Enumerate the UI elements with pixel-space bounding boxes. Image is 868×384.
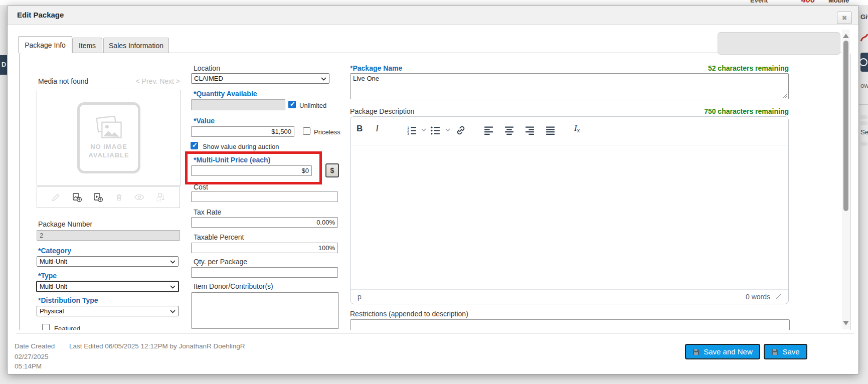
priceless-label: Priceless [314,128,340,136]
type-label: *Type [38,272,57,280]
chevron-down-icon [170,260,176,264]
location-value: CLAIMED [194,75,223,82]
tab-package-info[interactable]: Package Info [18,36,72,53]
modal-scroll-viewport: Package Info Items Sales Information Med… [16,29,850,330]
placeholder-text-line1: NO IMAGE [88,142,129,151]
trash-icon[interactable] [115,193,123,202]
cost-label: Cost [194,183,208,191]
bullet-list-icon[interactable] [430,125,441,136]
numbered-list-icon[interactable]: 123 [407,125,417,136]
save-button[interactable]: Save [764,344,807,359]
taxable-percent-field[interactable] [191,243,338,253]
link-icon[interactable] [455,125,466,136]
category-value: Multi-Unit [40,258,67,265]
modal-header: Edit Package ✖ [8,6,858,25]
align-left-icon[interactable] [483,125,494,136]
scrollbar-thumb[interactable] [843,41,848,211]
background-bar [860,121,867,125]
editor-content[interactable] [351,145,788,289]
dollar-button[interactable]: $ [325,163,339,177]
tax-rate-label: Tax Rate [194,208,221,216]
package-number-label: Package Number [38,220,92,228]
remove-format-x: x [577,127,580,133]
featured-checkbox[interactable] [42,324,50,330]
distribution-type-value: Physical [40,307,64,315]
date-created-value: 02/27/2025 [15,353,49,360]
tab-items[interactable]: Items [72,38,102,53]
collapsed-panel-fragment [718,32,840,55]
photo-placeholder-icon [94,116,124,140]
upload-video-icon[interactable] [93,193,103,203]
quantity-available-field [191,99,285,110]
location-select[interactable]: CLAIMED [191,73,329,84]
move-down-icon[interactable] [156,193,165,202]
remove-format-icon[interactable]: I x [574,123,580,133]
media-pager[interactable]: < Prev. Next > [96,77,180,85]
background-navy-tile [860,53,868,72]
show-value-checkbox[interactable] [191,142,198,149]
floppy-icon [692,348,700,355]
chevron-down-icon [170,285,176,289]
distribution-type-select[interactable]: Physical [37,306,179,316]
bullet-list-dropdown-icon[interactable] [445,128,450,132]
cost-field[interactable] [191,191,338,202]
value-field[interactable] [191,126,294,137]
save-label: Save [782,347,799,356]
background-mobile-text: Mobile [828,0,849,4]
priceless-checkbox[interactable] [303,127,310,135]
align-right-icon[interactable] [525,125,535,136]
category-select[interactable]: Multi-Unit [37,256,179,267]
type-value: Multi-Unit [40,283,67,290]
svg-text:3: 3 [407,132,409,135]
placeholder-text-line2: AVALIABLE [88,151,129,159]
taxable-percent-label: Taxable Percent [194,233,244,241]
help-ring-icon [860,53,868,72]
category-label: *Category [38,247,71,255]
resize-grip-icon[interactable] [783,93,788,98]
vertical-scrollbar[interactable] [842,30,850,329]
item-donor-field[interactable] [191,292,339,329]
editor-resize-grip-icon[interactable] [775,294,781,300]
item-donor-label: Item Donor/Contributor(s) [194,282,273,290]
close-icon[interactable]: ✖ [837,12,852,24]
italic-icon[interactable]: I [376,123,379,134]
quantity-available-label: *Quantity Available [194,90,257,98]
rich-text-editor: B I 123 [350,116,789,304]
last-edited-text: Last Edited 06/05/2025 12:12PM by Jonath… [69,342,245,350]
background-left-letter: D [2,61,6,68]
package-name-remaining: 52 characters remaining [588,64,789,72]
package-description-label: Package Description [350,107,414,115]
value-label: *Value [194,117,215,125]
unlimited-checkbox[interactable] [288,101,296,108]
floppy-icon [771,348,778,355]
restrictions-field[interactable] [350,319,790,330]
qty-per-package-field[interactable] [191,267,338,278]
scroll-down-arrow-icon[interactable] [843,321,849,328]
multi-unit-price-field[interactable] [191,165,312,176]
bold-icon[interactable]: B [357,124,363,134]
numbered-list-dropdown-icon[interactable] [421,128,426,132]
background-bar [860,115,867,119]
media-status: Media not found [38,77,88,85]
tax-rate-field[interactable] [191,217,338,228]
location-label: Location [194,64,220,72]
background-top-strip: Event 406 Mobile [0,0,868,5]
editor-status-bar: p 0 words [351,289,788,304]
upload-image-icon[interactable] [72,193,82,203]
package-name-field[interactable]: Live One [350,73,789,99]
date-created-label: Date Created [15,342,55,350]
justify-icon[interactable] [545,125,556,136]
save-and-new-button[interactable]: Save and New [685,344,760,359]
background-bar [860,142,867,146]
background-red-swoosh-icon [860,33,868,43]
align-center-icon[interactable] [504,125,514,136]
qty-per-package-label: Qty. per Package [194,258,247,266]
media-preview: NO IMAGE AVALIABLE [37,90,181,185]
background-ow-text: ow [860,82,868,89]
type-select[interactable]: Multi-Unit [36,281,179,292]
package-description-remaining: 750 characters remaining [588,107,789,115]
edit-pencil-icon[interactable] [51,193,61,202]
scroll-up-arrow-icon[interactable] [843,31,849,38]
eye-icon[interactable] [134,194,144,201]
tab-sales-information[interactable]: Sales Information [103,38,169,53]
